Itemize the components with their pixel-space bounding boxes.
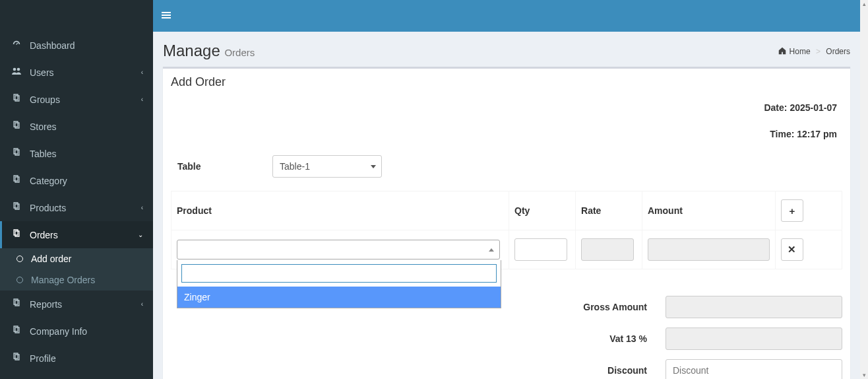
- chevron-left-icon: ‹: [141, 69, 143, 76]
- chevron-left-icon: ‹: [141, 96, 143, 103]
- sidebar-item-label: Dashboard: [30, 40, 75, 51]
- sidebar-item-label: Users: [30, 67, 54, 78]
- plus-icon: +: [790, 205, 795, 217]
- svg-point-1: [17, 68, 20, 71]
- col-qty: Qty: [509, 191, 576, 230]
- files-icon: [10, 353, 23, 364]
- vat-input: [666, 327, 842, 350]
- users-icon: [10, 67, 23, 78]
- sidebar-item-label: Stores: [30, 121, 56, 132]
- files-icon: [10, 148, 23, 159]
- order-row: Zinger ✕: [171, 230, 842, 269]
- vat-label: Vat 13 %: [548, 333, 647, 344]
- svg-point-0: [13, 68, 16, 71]
- discount-label: Discount: [548, 365, 647, 376]
- rate-input: [581, 238, 634, 261]
- home-icon: [778, 47, 787, 56]
- sidebar-item-label: Tables: [30, 149, 56, 159]
- sidebar-item-company-info[interactable]: Company Info: [0, 318, 153, 345]
- files-icon: [10, 94, 23, 105]
- files-icon: [10, 175, 23, 186]
- gross-label: Gross Amount: [548, 302, 647, 312]
- col-product: Product: [171, 191, 509, 230]
- qty-input[interactable]: [514, 238, 567, 261]
- product-search-input[interactable]: [181, 264, 497, 283]
- page-title: Manage Orders: [163, 42, 255, 60]
- breadcrumb-home[interactable]: Home: [790, 47, 811, 56]
- col-amount: Amount: [642, 191, 776, 230]
- table-label: Table: [177, 161, 272, 172]
- discount-input[interactable]: [666, 359, 842, 379]
- sidebar-item-products[interactable]: Products ‹: [0, 194, 153, 221]
- files-icon: [10, 298, 23, 310]
- chevron-down-icon: ⌄: [138, 231, 143, 238]
- breadcrumb-current: Orders: [826, 47, 850, 56]
- product-select[interactable]: Zinger: [177, 240, 500, 259]
- sidebar-item-label: Category: [30, 176, 67, 186]
- remove-row-button[interactable]: ✕: [781, 238, 803, 261]
- sidebar-item-tables[interactable]: Tables: [0, 140, 153, 167]
- sidebar-item-label: Company Info: [30, 326, 87, 337]
- breadcrumb: Home > Orders: [778, 46, 850, 56]
- sidebar-item-dashboard[interactable]: Dashboard: [0, 32, 153, 59]
- sidebar-item-label: Orders: [30, 230, 58, 240]
- files-icon: [10, 202, 23, 213]
- scroll-up-icon[interactable]: ▴: [860, 0, 868, 8]
- sidebar-item-label: Products: [30, 203, 66, 213]
- circle-icon: [16, 256, 23, 262]
- sidebar-sub-label: Add order: [31, 254, 71, 264]
- sidebar-sub-label: Manage Orders: [31, 275, 95, 285]
- sidebar-toggle[interactable]: [153, 0, 179, 32]
- files-icon: [10, 229, 23, 240]
- sidebar-item-users[interactable]: Users ‹: [0, 59, 153, 86]
- order-date: Date: 2025-01-07: [171, 102, 837, 113]
- sidebar-item-profile[interactable]: Profile: [0, 345, 153, 372]
- page-subtitle: Orders: [224, 47, 255, 58]
- gross-amount-input: [666, 296, 842, 318]
- files-icon: [10, 121, 23, 132]
- sidebar-item-groups[interactable]: Groups ‹: [0, 86, 153, 113]
- sidebar-sub-manage-orders[interactable]: Manage Orders: [0, 269, 153, 291]
- close-icon: ✕: [788, 244, 796, 256]
- box-title: Add Order: [163, 69, 850, 96]
- sidebar-item-orders[interactable]: Orders ⌄: [0, 221, 153, 248]
- sidebar-item-label: Reports: [30, 299, 62, 310]
- vertical-scrollbar[interactable]: ▴ ▾: [860, 0, 868, 379]
- sidebar-item-label: Profile: [30, 353, 56, 364]
- amount-input: [648, 238, 770, 261]
- breadcrumb-sep: >: [816, 47, 821, 56]
- sidebar-sub-add-order[interactable]: Add order: [0, 248, 153, 269]
- product-dropdown: Zinger: [177, 260, 501, 308]
- files-icon: [10, 326, 23, 337]
- sidebar-item-category[interactable]: Category: [0, 167, 153, 194]
- table-select[interactable]: Table-1: [272, 155, 382, 178]
- dashboard-icon: [10, 40, 23, 51]
- circle-icon: [16, 277, 23, 283]
- sidebar-item-stores[interactable]: Stores: [0, 113, 153, 140]
- add-row-button[interactable]: +: [781, 199, 803, 222]
- sidebar-item-reports[interactable]: Reports ‹: [0, 291, 153, 318]
- order-time: Time: 12:17 pm: [171, 129, 837, 139]
- hamburger-icon: [162, 11, 171, 22]
- sidebar-item-label: Groups: [30, 94, 60, 105]
- product-option[interactable]: Zinger: [177, 287, 501, 308]
- scroll-down-icon[interactable]: ▾: [860, 371, 868, 379]
- chevron-left-icon: ‹: [141, 300, 143, 308]
- col-rate: Rate: [576, 191, 642, 230]
- chevron-left-icon: ‹: [141, 204, 143, 211]
